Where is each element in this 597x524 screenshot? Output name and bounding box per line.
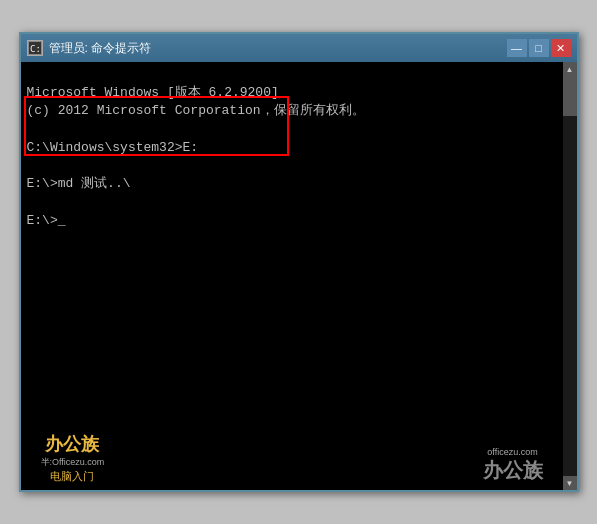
scrollbar-track[interactable]: [563, 76, 577, 476]
console-line1: Microsoft Windows [版本 6.2.9200]: [27, 85, 279, 100]
console-line6: E:\>md 测试..\: [27, 176, 131, 191]
watermark-url-right: officezu.com: [487, 447, 537, 457]
scroll-down-button[interactable]: ▼: [563, 476, 577, 490]
svg-text:C:\: C:\: [30, 44, 41, 54]
console-line2: (c) 2012 Microsoft Corporation，保留所有权利。: [27, 103, 365, 118]
scrollbar[interactable]: ▲ ▼: [563, 62, 577, 490]
watermark-right: officezu.com 办公族: [483, 447, 543, 484]
console-output: Microsoft Windows [版本 6.2.9200] (c) 2012…: [21, 62, 563, 490]
console-area[interactable]: Microsoft Windows [版本 6.2.9200] (c) 2012…: [21, 62, 577, 490]
titlebar-buttons: — □ ✕: [507, 39, 571, 57]
watermark-cn-left: 办公族: [45, 432, 99, 456]
watermark-sub-left: 半:Officezu.com: [41, 456, 105, 469]
scroll-up-button[interactable]: ▲: [563, 62, 577, 76]
close-button[interactable]: ✕: [551, 39, 571, 57]
titlebar-left: C:\ 管理员: 命令提示符: [27, 40, 152, 57]
minimize-button[interactable]: —: [507, 39, 527, 57]
window-title: 管理员: 命令提示符: [49, 40, 152, 57]
console-line8: E:\>_: [27, 213, 66, 228]
cmd-icon: C:\: [27, 40, 43, 56]
watermark-cn-right: 办公族: [483, 457, 543, 484]
titlebar: C:\ 管理员: 命令提示符 — □ ✕: [21, 34, 577, 62]
console-line4: C:\Windows\system32>E:: [27, 140, 199, 155]
cmd-window: C:\ 管理员: 命令提示符 — □ ✕ Microsoft Windows […: [19, 32, 579, 492]
watermark-area: 办公族 半:Officezu.com 电脑入门 officezu.com 办公族: [21, 440, 563, 490]
maximize-button[interactable]: □: [529, 39, 549, 57]
watermark-bottom-left: 电脑入门: [50, 469, 94, 484]
watermark-left: 办公族 半:Officezu.com 电脑入门: [41, 432, 105, 484]
scrollbar-thumb[interactable]: [563, 76, 577, 116]
